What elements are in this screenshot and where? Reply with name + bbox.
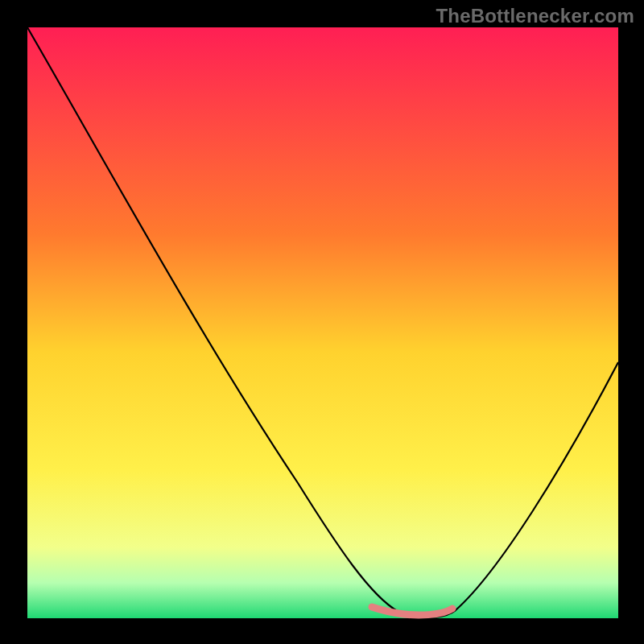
plot-background <box>27 27 618 618</box>
bottleneck-chart: TheBottlenecker.com <box>0 0 644 644</box>
watermark-label: TheBottlenecker.com <box>436 5 634 27</box>
chart-svg <box>0 0 644 644</box>
